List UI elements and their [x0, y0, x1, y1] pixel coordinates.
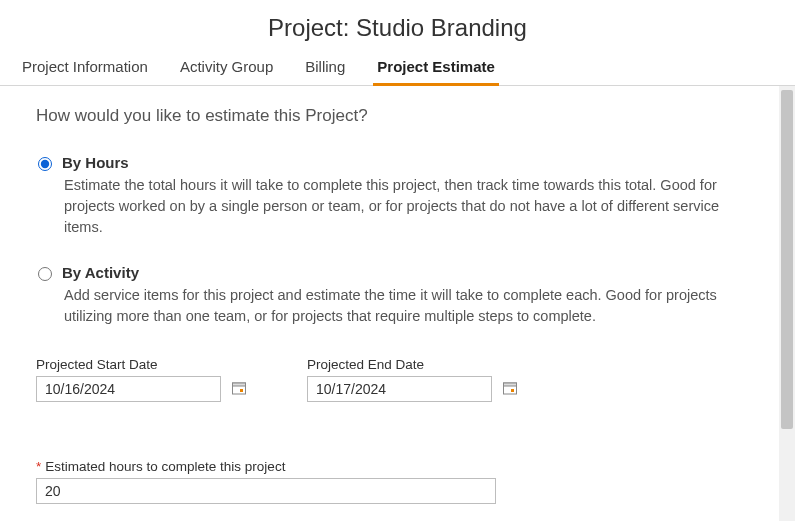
calendar-icon[interactable]: [231, 380, 247, 399]
end-date-label: Projected End Date: [307, 357, 518, 372]
radio-by-activity-desc: Add service items for this project and e…: [64, 285, 754, 327]
estimated-hours-input[interactable]: [36, 478, 496, 504]
start-date-input[interactable]: [36, 376, 221, 402]
start-date-label: Projected Start Date: [36, 357, 247, 372]
calendar-icon[interactable]: [502, 380, 518, 399]
radio-by-hours[interactable]: [38, 157, 52, 171]
scrollbar-thumb[interactable]: [781, 90, 793, 429]
radio-by-hours-label: By Hours: [62, 154, 129, 171]
tab-project-estimate[interactable]: Project Estimate: [375, 50, 497, 85]
svg-rect-5: [511, 389, 514, 392]
required-star-icon: *: [36, 459, 41, 474]
vertical-scrollbar[interactable]: [779, 86, 795, 521]
tab-activity-group[interactable]: Activity Group: [178, 50, 275, 85]
svg-rect-2: [240, 389, 243, 392]
tab-project-information[interactable]: Project Information: [20, 50, 150, 85]
estimate-question: How would you like to estimate this Proj…: [36, 106, 759, 126]
page-title: Project: Studio Branding: [0, 0, 795, 50]
tab-bar: Project Information Activity Group Billi…: [0, 50, 795, 86]
tab-content: How would you like to estimate this Proj…: [0, 86, 795, 521]
tab-billing[interactable]: Billing: [303, 50, 347, 85]
radio-by-hours-desc: Estimate the total hours it will take to…: [64, 175, 754, 238]
svg-rect-1: [233, 383, 246, 386]
svg-rect-4: [504, 383, 517, 386]
radio-by-activity-label: By Activity: [62, 264, 139, 281]
estimated-hours-label: *Estimated hours to complete this projec…: [36, 459, 285, 474]
radio-by-activity[interactable]: [38, 267, 52, 281]
end-date-input[interactable]: [307, 376, 492, 402]
